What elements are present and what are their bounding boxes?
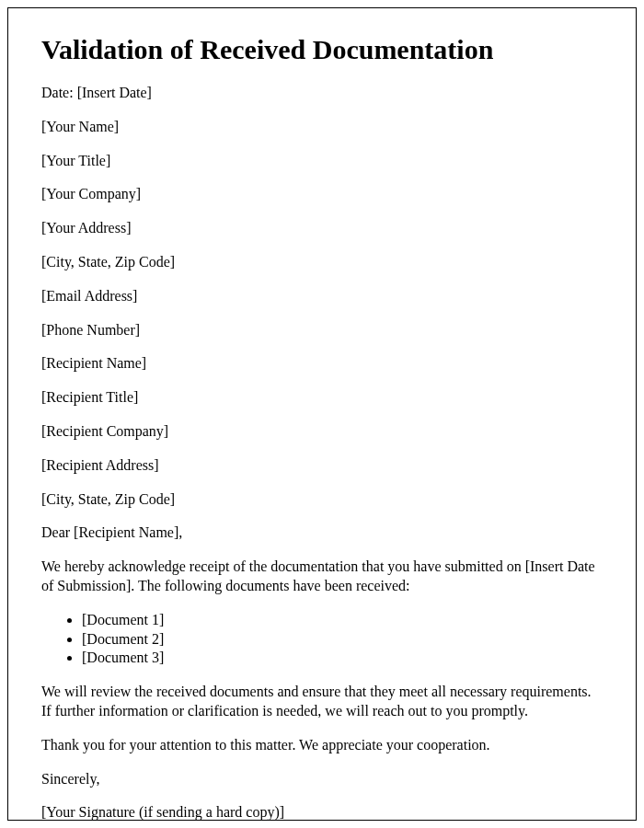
your-company-line: [Your Company] bbox=[41, 185, 603, 204]
date-line: Date: [Insert Date] bbox=[41, 84, 603, 103]
salutation: Dear [Recipient Name], bbox=[41, 523, 603, 543]
list-item: [Document 2] bbox=[82, 630, 603, 650]
recipient-name-line: [Recipient Name] bbox=[41, 354, 603, 374]
email-line: [Email Address] bbox=[41, 287, 603, 306]
recipient-address-line: [Recipient Address] bbox=[41, 456, 603, 476]
document-page: Validation of Received Documentation Dat… bbox=[7, 7, 637, 821]
body-paragraph-1: We hereby acknowledge receipt of the doc… bbox=[41, 558, 603, 596]
your-name-line: [Your Name] bbox=[41, 118, 603, 137]
recipient-city-line: [City, State, Zip Code] bbox=[41, 490, 603, 510]
your-address-line: [Your Address] bbox=[41, 219, 603, 238]
body-paragraph-2: We will review the received documents an… bbox=[41, 683, 603, 721]
your-title-line: [Your Title] bbox=[41, 152, 603, 171]
signature-line: [Your Signature (if sending a hard copy)… bbox=[41, 803, 603, 821]
document-title: Validation of Received Documentation bbox=[41, 34, 603, 65]
phone-line: [Phone Number] bbox=[41, 321, 603, 340]
closing-sincerely: Sincerely, bbox=[41, 770, 603, 789]
documents-list: [Document 1] [Document 2] [Document 3] bbox=[82, 611, 603, 668]
list-item: [Document 3] bbox=[82, 649, 603, 668]
your-city-line: [City, State, Zip Code] bbox=[41, 253, 603, 272]
recipient-company-line: [Recipient Company] bbox=[41, 422, 603, 442]
body-paragraph-3: Thank you for your attention to this mat… bbox=[41, 736, 603, 755]
list-item: [Document 1] bbox=[82, 611, 603, 630]
recipient-title-line: [Recipient Title] bbox=[41, 388, 603, 408]
